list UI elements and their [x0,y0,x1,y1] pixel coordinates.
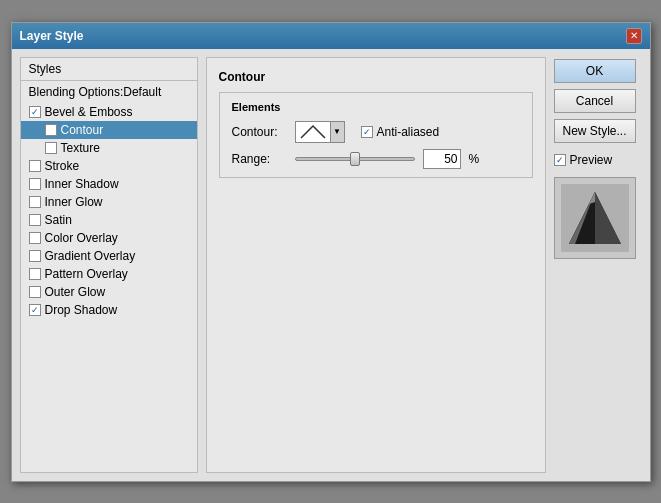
sidebar-item-outer-glow[interactable]: Outer Glow [21,283,197,301]
title-bar: Layer Style ✕ [12,23,650,49]
slider-thumb[interactable] [350,152,360,166]
preview-box [554,177,636,259]
preview-checkbox[interactable] [554,154,566,166]
sidebar-item-satin[interactable]: Satin [21,211,197,229]
preview-label: Preview [570,153,613,167]
left-panel: Styles Blending Options:Default Bevel & … [20,57,198,473]
sidebar-item-pattern-overlay[interactable]: Pattern Overlay [21,265,197,283]
sidebar-item-stroke[interactable]: Stroke [21,157,197,175]
checkbox-bevel-emboss[interactable] [29,106,41,118]
contour-row: Contour: ▼ Anti-aliased [232,121,520,143]
sidebar-item-inner-glow[interactable]: Inner Glow [21,193,197,211]
checkbox-color-overlay[interactable] [29,232,41,244]
ok-button[interactable]: OK [554,59,636,83]
checkbox-satin[interactable] [29,214,41,226]
contour-dropdown-arrow[interactable]: ▼ [331,121,345,143]
range-row: Range: % [232,149,520,169]
anti-aliased-label: Anti-aliased [377,125,440,139]
sidebar-item-color-overlay[interactable]: Color Overlay [21,229,197,247]
checkbox-outer-glow[interactable] [29,286,41,298]
close-button[interactable]: ✕ [626,28,642,44]
new-style-button[interactable]: New Style... [554,119,636,143]
contour-section-title: Contour [219,70,533,84]
sidebar-item-gradient-overlay[interactable]: Gradient Overlay [21,247,197,265]
dialog-title: Layer Style [20,29,84,43]
checkbox-stroke[interactable] [29,160,41,172]
blending-header[interactable]: Blending Options:Default [21,81,197,103]
sidebar-label-outer-glow: Outer Glow [45,285,106,299]
sidebar-label-inner-shadow: Inner Shadow [45,177,119,191]
sidebar-label-color-overlay: Color Overlay [45,231,118,245]
range-slider[interactable] [295,151,415,167]
right-panel: OK Cancel New Style... Preview [554,57,642,473]
percent-label: % [469,152,480,166]
sidebar-item-inner-shadow[interactable]: Inner Shadow [21,175,197,193]
cancel-button[interactable]: Cancel [554,89,636,113]
sidebar-label-gradient-overlay: Gradient Overlay [45,249,136,263]
range-value-input[interactable] [423,149,461,169]
elements-section: Elements Contour: ▼ [219,92,533,178]
contour-selector[interactable]: ▼ [295,121,345,143]
preview-row: Preview [554,153,642,167]
range-label: Range: [232,152,287,166]
anti-alias-row: Anti-aliased [361,125,440,139]
checkbox-gradient-overlay[interactable] [29,250,41,262]
sidebar-item-bevel-emboss[interactable]: Bevel & Emboss [21,103,197,121]
elements-title: Elements [232,101,520,113]
checkbox-inner-shadow[interactable] [29,178,41,190]
sidebar-item-contour[interactable]: Contour [21,121,197,139]
contour-label: Contour: [232,125,287,139]
dialog-body: Styles Blending Options:Default Bevel & … [12,49,650,481]
checkbox-drop-shadow[interactable] [29,304,41,316]
layer-style-dialog: Layer Style ✕ Styles Blending Options:De… [11,22,651,482]
layer-items-list: Bevel & EmbossContourTextureStrokeInner … [21,103,197,319]
sidebar-label-inner-glow: Inner Glow [45,195,103,209]
sidebar-label-texture: Texture [61,141,100,155]
contour-preview[interactable] [295,121,331,143]
middle-panel: Contour Elements Contour: ▼ [206,57,546,473]
sidebar-item-texture[interactable]: Texture [21,139,197,157]
sidebar-item-drop-shadow[interactable]: Drop Shadow [21,301,197,319]
styles-header[interactable]: Styles [21,58,197,81]
sidebar-label-bevel-emboss: Bevel & Emboss [45,105,133,119]
sidebar-label-pattern-overlay: Pattern Overlay [45,267,128,281]
content-area: Contour Elements Contour: ▼ [206,57,546,473]
sidebar-label-stroke: Stroke [45,159,80,173]
checkbox-texture[interactable] [45,142,57,154]
sidebar-label-satin: Satin [45,213,72,227]
checkbox-pattern-overlay[interactable] [29,268,41,280]
sidebar-label-drop-shadow: Drop Shadow [45,303,118,317]
preview-image [561,184,629,252]
sidebar-label-contour: Contour [61,123,104,137]
checkbox-inner-glow[interactable] [29,196,41,208]
anti-aliased-checkbox[interactable] [361,126,373,138]
checkbox-contour[interactable] [45,124,57,136]
